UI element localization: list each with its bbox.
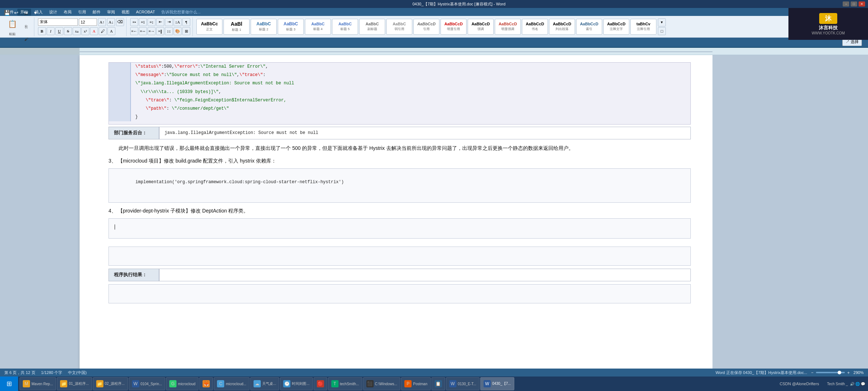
style-annotation[interactable]: AaBbCcD注释文字	[603, 19, 629, 35]
line-spacing-button[interactable]: ↕↕	[165, 27, 173, 35]
menu-review[interactable]: 审阅	[104, 9, 118, 16]
menu-design[interactable]: 设计	[46, 9, 60, 16]
font-name-input[interactable]	[38, 18, 78, 26]
document-content: \"status\":500,\"error\":\"Internal Serv…	[80, 55, 712, 313]
style-h1[interactable]: AaBl标题 1	[224, 19, 250, 35]
taskbar-item-word2[interactable]: W 0130_E-T...	[446, 377, 480, 390]
system-tray: CSDN @AloneDrifters Tech Smith _ 🔊 🌐 💬	[771, 382, 868, 386]
text-effects-button[interactable]: A	[107, 27, 115, 35]
taskbar-item-chrome[interactable]: C microcloud...	[214, 377, 250, 390]
copy-button[interactable]: ⎘	[20, 21, 32, 33]
taskbar-weather-label: 天气桌...	[262, 381, 276, 386]
menu-view[interactable]: 视图	[119, 9, 132, 16]
decrease-font-button[interactable]: A↓	[107, 18, 115, 26]
start-button[interactable]: ⊞	[0, 377, 18, 391]
save-button[interactable]: 💾	[3, 9, 11, 17]
style-emphasis[interactable]: AaBbCcD强调	[468, 19, 494, 35]
redo-button[interactable]: ↪	[22, 9, 30, 17]
clear-format-button[interactable]: ⌫	[116, 18, 124, 26]
taskbar-item-folder1[interactable]: 📁 01_源程序...	[57, 377, 92, 390]
taskbar-item-time[interactable]: 🕐 时间则图...	[280, 377, 312, 390]
qa-dropdown-button[interactable]: ▾	[31, 9, 39, 17]
style-h4[interactable]: AaBbC标题 4	[305, 19, 331, 35]
style-normal[interactable]: AaBbCc正文	[196, 19, 222, 35]
style-book-title[interactable]: AaBbCcD书名	[522, 19, 548, 35]
italic-button[interactable]: I	[47, 27, 55, 35]
increase-font-button[interactable]: A↑	[98, 18, 106, 26]
align-center-button[interactable]: ≡↔	[139, 27, 147, 35]
show-marks-button[interactable]: ¶	[182, 18, 190, 26]
taskbar-item-word1[interactable]: W 0104_Sprin...	[129, 377, 166, 390]
multilevel-button[interactable]: ≡↕	[148, 18, 156, 26]
taskbar-item-maven[interactable]: M Maven Rep...	[20, 377, 56, 390]
paste-button[interactable]: 📋	[5, 17, 20, 31]
empty-code-block-2[interactable]	[109, 247, 691, 266]
style-strong-emphasis[interactable]: AaBbCcD明显强调	[495, 19, 521, 35]
minimize-button[interactable]: －	[843, 1, 849, 7]
style-index[interactable]: AaBbCcD索引	[576, 19, 602, 35]
style-h2[interactable]: AaBbC标题 2	[251, 19, 277, 35]
justify-button[interactable]: ≡‖	[156, 27, 164, 35]
style-weak-quote[interactable]: AaBbC弱引用	[386, 19, 412, 35]
style-h5[interactable]: AaBbC标题 5	[332, 19, 358, 35]
menu-references[interactable]: 引用	[75, 9, 89, 16]
taskbar-item-cmd[interactable]: ⬛ C:\Windows...	[363, 377, 401, 390]
strikethrough-button[interactable]: S	[64, 27, 72, 35]
taskbar-item-red[interactable]: 🔴	[314, 377, 327, 390]
increase-indent-button[interactable]: ⇥	[165, 18, 173, 26]
style-subtitle[interactable]: AaBbC副标题	[359, 19, 385, 35]
taskbar-folder1-label: 01_源程序...	[69, 381, 89, 386]
clipboard-icon: 📋	[435, 380, 442, 387]
taskbar-item-word3[interactable]: W 0430_【7...	[480, 377, 514, 390]
document-page[interactable]: \"status\":500,\"error\":\"Internal Serv…	[80, 55, 712, 377]
style-annotation-ref[interactable]: taBhCv注释引用	[630, 19, 656, 35]
sort-button[interactable]: ↕A	[174, 18, 182, 26]
bullets-button[interactable]: ≡•	[130, 18, 138, 26]
highlight-button[interactable]: 🖊	[99, 27, 107, 35]
taskbar-item-clipboard[interactable]: 📋	[431, 377, 445, 390]
styles-dropdown-btn[interactable]: ▾	[658, 18, 666, 26]
style-h3[interactable]: AaBbC标题 3	[278, 19, 304, 35]
taskbar-item-postman[interactable]: P Postman	[401, 377, 430, 390]
ribbon-styles-container: AaBbCc正文 AaBl标题 1 AaBbC标题 2 AaBbC标题 3 Aa…	[196, 17, 656, 36]
bold-button[interactable]: B	[38, 27, 46, 35]
superscript-button[interactable]: x²	[81, 27, 89, 35]
borders-button[interactable]: ⊞	[182, 27, 190, 35]
align-left-button[interactable]: ≡←	[130, 27, 138, 35]
undo-button[interactable]: ↩	[12, 9, 20, 17]
menu-mailings[interactable]: 邮件	[90, 9, 103, 16]
taskbar-item-weather[interactable]: ☁ 天气桌...	[250, 377, 279, 390]
decrease-indent-button[interactable]: ⇤	[156, 18, 164, 26]
style-list-para[interactable]: AaBbCcD列出段落	[549, 19, 575, 35]
taskbar-item-techsmith[interactable]: T techSmith...	[328, 377, 362, 390]
styles-group: AaBbCc正文 AaBl标题 1 AaBbC标题 2 AaBbC标题 3 Aa…	[194, 17, 839, 36]
style-emphasis-quote[interactable]: AaBbCcD明显引用	[441, 19, 467, 35]
taskbar-item-microcloud[interactable]: G microcloud	[166, 377, 199, 390]
menu-layout[interactable]: 布局	[61, 9, 75, 16]
shading-button[interactable]: 🎨	[174, 27, 182, 35]
menu-acrobat[interactable]: ACROBAT	[133, 9, 158, 15]
underline-button[interactable]: U	[55, 27, 63, 35]
menu-tell-me[interactable]: 告诉我您想要做什么...	[158, 9, 203, 16]
window-controls[interactable]: － □ ✕	[843, 1, 865, 7]
format-painter-button[interactable]: 🖌	[20, 33, 32, 45]
zoom-thumb[interactable]	[838, 371, 841, 374]
taskbar-item-folder2[interactable]: 📁 02_源程序...	[93, 377, 128, 390]
align-right-button[interactable]: ≡→	[148, 27, 156, 35]
empty-code-block-1[interactable]	[109, 218, 691, 238]
font-color-button[interactable]: A	[90, 27, 98, 35]
zoom-bar[interactable]: － ＋ 290%	[810, 370, 864, 376]
zoom-slider[interactable]	[816, 372, 845, 373]
style-quote[interactable]: AaBbCcD引用	[413, 19, 439, 35]
styles-expand-btn[interactable]: □	[658, 27, 666, 35]
numbering-button[interactable]: ≡1	[139, 18, 147, 26]
maximize-button[interactable]: □	[851, 1, 857, 7]
code-row: \\r\\n\\ta... (10339 bytes)]\",	[109, 88, 690, 96]
zoom-out-btn[interactable]: －	[810, 370, 814, 376]
taskbar-item-firefox[interactable]: 🦊	[199, 377, 213, 390]
close-button[interactable]: ✕	[859, 1, 865, 7]
subscript-button[interactable]: x₂	[73, 27, 81, 35]
empty-code-block-3[interactable]	[109, 284, 691, 303]
font-size-input[interactable]	[79, 18, 97, 26]
zoom-in-btn[interactable]: ＋	[846, 370, 851, 376]
